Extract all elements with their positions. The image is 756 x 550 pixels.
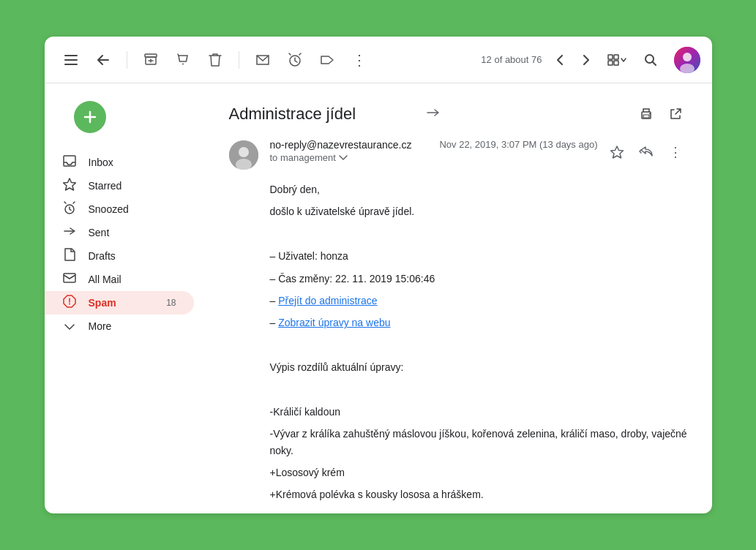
reply-quick-button[interactable] (633, 139, 659, 165)
body-time: – Čas změny: 22. 11. 2019 15:06:46 (270, 271, 689, 287)
email-date: Nov 22, 2019, 3:07 PM (13 days ago) (439, 139, 597, 150)
sidebar-item-all-mail[interactable]: All Mail (45, 268, 194, 291)
svg-point-20 (649, 113, 651, 115)
email-subject-row: Administrace jídel (229, 101, 689, 127)
drafts-label: Drafts (89, 250, 176, 262)
sidebar-item-starred[interactable]: Starred (45, 174, 194, 197)
starred-label: Starred (89, 180, 176, 192)
sent-icon (62, 225, 77, 240)
report-icon[interactable] (168, 45, 198, 75)
starred-icon (62, 178, 77, 194)
app-window: ⋮ 12 of about 76 (45, 37, 712, 513)
pagination-text: 12 of about 76 (481, 54, 542, 65)
spam-label: Spam (89, 297, 155, 309)
svg-rect-1 (64, 59, 78, 61)
body-vypis: Výpis rozdílů aktuální úpravy: (270, 359, 689, 375)
separator-1 (127, 51, 127, 69)
svg-rect-7 (608, 55, 613, 59)
body-add2: +Krémová polévka s kousky lososa a hrášk… (270, 486, 689, 502)
view-toggle-button[interactable] (601, 45, 633, 75)
menu-icon[interactable] (56, 45, 86, 75)
more-actions-icon[interactable]: ⋮ (345, 45, 374, 75)
svg-rect-0 (64, 55, 78, 56)
web-link[interactable]: Zobrazit úpravy na webu (278, 317, 390, 328)
sidebar-item-spam[interactable]: Spam 18 (45, 291, 194, 314)
delete-icon[interactable] (201, 45, 230, 75)
user-avatar[interactable] (674, 47, 700, 73)
svg-rect-8 (614, 55, 618, 59)
svg-rect-17 (64, 274, 75, 282)
print-icon[interactable] (633, 101, 659, 127)
all-mail-label: All Mail (89, 274, 176, 285)
sidebar-item-more[interactable]: More (45, 314, 194, 338)
main-content: Inbox Starred (45, 83, 712, 513)
snoozed-icon (62, 201, 77, 217)
email-to[interactable]: to management (270, 152, 440, 163)
search-button[interactable] (636, 45, 665, 75)
svg-rect-2 (64, 64, 78, 65)
body-web-link: – Zobrazit úpravy na webu (270, 314, 689, 331)
pagination: 12 of about 76 (481, 45, 632, 75)
sender-email: no-reply@nazevrestaurance.cz (270, 139, 412, 151)
sidebar: Inbox Starred (45, 83, 206, 513)
inbox-icon (62, 155, 77, 170)
body-admin-link: – Přejít do administrace (270, 293, 689, 309)
snooze-icon[interactable] (280, 45, 310, 75)
tablet-frame: ⋮ 12 of about 76 (27, 19, 730, 531)
body-remove2: -Vývar z králíka zahuštěný máslovou jíšk… (270, 426, 689, 459)
more-icon (62, 320, 77, 333)
sidebar-item-sent[interactable]: Sent (45, 221, 194, 244)
email-view-actions (633, 101, 689, 127)
move-icon[interactable] (248, 45, 277, 75)
archive-icon[interactable] (136, 45, 165, 75)
separator-2 (239, 51, 239, 69)
svg-point-5 (182, 63, 184, 64)
body-greeting: Dobrý den, (270, 181, 689, 197)
email-actions-row: ⋮ (604, 139, 689, 165)
sidebar-item-drafts[interactable]: Drafts (45, 244, 194, 268)
more-label: More (89, 320, 176, 332)
svg-point-22 (239, 147, 249, 157)
open-external-icon[interactable] (662, 101, 689, 127)
svg-rect-10 (614, 61, 618, 65)
body-intro: došlo k uživatelské úpravě jídel. (270, 203, 689, 219)
email-more-button[interactable]: ⋮ (662, 139, 689, 165)
sender-avatar (229, 140, 258, 170)
next-page-button[interactable] (575, 48, 598, 72)
spam-badge: 18 (166, 298, 176, 308)
email-subject: Administrace jídel (229, 105, 421, 124)
toolbar: ⋮ 12 of about 76 (45, 37, 712, 83)
subject-arrow-icon[interactable] (427, 108, 441, 121)
inbox-label: Inbox (89, 157, 176, 168)
svg-rect-9 (608, 61, 613, 65)
email-meta: no-reply@nazevrestaurance.cz to manageme… (229, 139, 689, 170)
email-body: Dobrý den, došlo k uživatelské úpravě jí… (229, 181, 689, 503)
all-mail-icon (62, 273, 77, 286)
spam-icon (62, 295, 77, 311)
sent-label: Sent (89, 227, 176, 238)
body-user: – Uživatel: honza (270, 248, 689, 264)
compose-button[interactable] (74, 101, 106, 133)
email-from-block: no-reply@nazevrestaurance.cz to manageme… (270, 139, 440, 163)
body-remove1: -Králičí kaldoun (270, 404, 689, 420)
body-add1: +Lososový krém (270, 464, 689, 481)
sidebar-item-snoozed[interactable]: Snoozed (45, 197, 194, 221)
back-button[interactable] (89, 45, 118, 75)
admin-link[interactable]: Přejít do administrace (278, 295, 377, 306)
drafts-icon (62, 248, 77, 264)
star-button[interactable] (604, 139, 630, 165)
label-icon[interactable] (312, 45, 342, 75)
prev-page-button[interactable] (548, 48, 572, 72)
svg-point-13 (683, 53, 692, 61)
email-view: Administrace jídel (206, 83, 712, 513)
svg-rect-19 (643, 115, 649, 118)
sidebar-item-inbox[interactable]: Inbox (45, 151, 194, 174)
snoozed-label: Snoozed (89, 203, 176, 215)
email-from-row: no-reply@nazevrestaurance.cz (270, 139, 440, 151)
